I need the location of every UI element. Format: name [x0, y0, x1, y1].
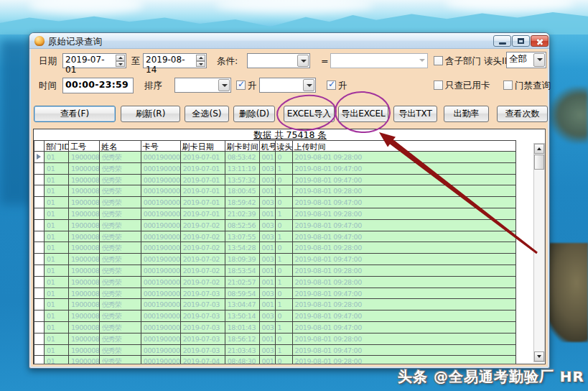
- cell: 001: [260, 356, 276, 364]
- dropdown-arrow-icon[interactable]: [533, 53, 545, 67]
- dropdown-arrow-icon[interactable]: [297, 55, 309, 67]
- minimize-button[interactable]: [493, 35, 511, 47]
- dropdown-arrow-icon[interactable]: [218, 79, 230, 91]
- cell: 01: [45, 185, 69, 197]
- cell: 2019-08-01 09:47:00: [293, 197, 517, 208]
- time-range-value: 00:00-23:59: [65, 79, 129, 90]
- cell: 1900008: [69, 277, 100, 288]
- cell: 0: [276, 334, 293, 345]
- cell: 003: [260, 163, 276, 175]
- toolbar-button-5[interactable]: EXCEL导入: [284, 106, 335, 122]
- toolbar-button-2[interactable]: 刷新(R): [121, 106, 180, 122]
- column-header-5: 刷卡日期: [181, 141, 225, 152]
- table-row[interactable]: 011900008倪秀荣00019000082019-07-0108:53:42…: [34, 152, 516, 163]
- scroll-up-icon[interactable]: [534, 144, 544, 154]
- cell: 0: [276, 288, 293, 300]
- vertical-scrollbar[interactable]: [533, 143, 545, 362]
- table-row[interactable]: 011900008倪秀荣00019000082019-07-0408:48:30…: [34, 356, 516, 364]
- close-button[interactable]: [531, 35, 549, 47]
- cell: 0001900008: [141, 310, 181, 322]
- dropdown-arrow-icon[interactable]: [303, 79, 314, 91]
- cell: 1900008: [69, 152, 100, 163]
- table-row[interactable]: 011900008倪秀荣00019000082019-07-0113:11:19…: [34, 163, 516, 175]
- table-row[interactable]: 011900008倪秀荣00019000082019-07-0213:07:55…: [34, 231, 516, 243]
- spin-down-icon[interactable]: [196, 61, 205, 68]
- toolbar-button-9[interactable]: 查看次数: [497, 106, 548, 122]
- cell: 0: [276, 310, 293, 322]
- cell: 01: [45, 197, 69, 208]
- toolbar-button-1[interactable]: 查看(F): [34, 106, 116, 122]
- cell: 倪秀荣: [100, 345, 141, 356]
- column-header-7: 机号: [260, 141, 276, 152]
- cell: 2019-07-03: [181, 345, 225, 356]
- spin-up-icon[interactable]: [196, 55, 205, 61]
- row-selector-cell: [34, 185, 45, 197]
- condition-combobox[interactable]: [247, 53, 310, 68]
- table-row[interactable]: 011900008倪秀荣00019000082019-07-0321:03:43…: [34, 345, 516, 356]
- dropdown-arrow-icon[interactable]: [419, 59, 425, 62]
- checkbox-only_used_card[interactable]: [434, 80, 443, 90]
- cell: 001: [260, 265, 276, 277]
- checkbox-asc2[interactable]: [327, 80, 336, 90]
- sort-combobox-1[interactable]: [174, 78, 231, 93]
- toolbar-button-7[interactable]: 导出TXT: [393, 106, 437, 122]
- table-row[interactable]: 011900008倪秀荣00019000082019-07-0318:01:43…: [34, 322, 516, 334]
- cell: 001: [260, 185, 276, 197]
- app-icon: [34, 36, 45, 46]
- toolbar-button-3[interactable]: 全选(S): [185, 106, 229, 122]
- cell: 01: [45, 231, 69, 243]
- condition-value-combobox[interactable]: [330, 53, 428, 68]
- date-to-spinner[interactable]: [196, 55, 205, 67]
- checkbox-door_access[interactable]: [503, 80, 513, 90]
- table-row[interactable]: 011900008倪秀荣00019000082019-07-0313:50:14…: [34, 310, 516, 322]
- table-row[interactable]: 011900008倪秀荣00019000082019-07-0118:00:45…: [34, 185, 516, 197]
- table-panel: 数据 共 75418 条 部门ID工号姓名卡号刷卡日期刷卡时间机号读头上传时间 …: [33, 129, 546, 364]
- maximize-button[interactable]: [512, 35, 530, 47]
- cell: 18:09:39: [225, 254, 260, 265]
- scrollbar-thumb[interactable]: [534, 155, 544, 170]
- cell: 2019-08-01 09:47:00: [293, 175, 517, 186]
- cell: 2019-07-02: [181, 231, 225, 243]
- spin-down-icon[interactable]: [116, 61, 125, 68]
- cell: 0001900008: [141, 345, 181, 356]
- checkbox-include_sub_dept[interactable]: [434, 56, 443, 65]
- cell: 2019-07-03: [181, 310, 225, 322]
- row-selector-cell: [34, 345, 45, 356]
- table-row[interactable]: 011900008倪秀荣00019000082019-07-0213:54:28…: [34, 242, 516, 254]
- cell: 倪秀荣: [100, 310, 141, 322]
- table-row[interactable]: 011900008倪秀荣00019000082019-07-0113:57:32…: [34, 175, 516, 186]
- time-range-input[interactable]: 00:00-23:59: [62, 78, 134, 93]
- table-row[interactable]: 011900008倪秀荣00019000082019-07-0121:02:39…: [34, 208, 516, 220]
- toolbar-button-8[interactable]: 出勤率: [444, 106, 489, 122]
- table-row[interactable]: 011900008倪秀荣00019000082019-07-0318:56:12…: [34, 334, 516, 345]
- scroll-down-icon[interactable]: [534, 351, 544, 362]
- cell: 2019-07-03: [181, 299, 225, 310]
- date-from-spinner[interactable]: [116, 55, 125, 67]
- table-row[interactable]: 011900008倪秀荣00019000082019-07-0218:09:39…: [34, 254, 516, 265]
- cell: 2019-08-01 09:28:00: [293, 208, 517, 220]
- toolbar-button-4[interactable]: 删除(D): [233, 106, 275, 122]
- table-row[interactable]: 011900008倪秀荣00019000082019-07-0313:04:47…: [34, 299, 516, 310]
- table-row[interactable]: 011900008倪秀荣00019000082019-07-0208:52:56…: [34, 220, 516, 231]
- sort-combobox-2[interactable]: [259, 78, 316, 93]
- toolbar-button-6[interactable]: 导出EXCEL: [338, 106, 388, 122]
- reader-id-combobox[interactable]: 全部: [506, 52, 546, 68]
- table-row[interactable]: 011900008倪秀荣00019000082019-07-0118:59:42…: [34, 197, 516, 208]
- row-selector-cell: [34, 208, 45, 220]
- checkbox-asc1[interactable]: [236, 80, 246, 90]
- table-row[interactable]: 011900008倪秀荣00019000082019-07-0218:53:54…: [34, 265, 516, 277]
- cell: 001: [260, 334, 276, 345]
- cell: 1: [276, 322, 293, 334]
- date-from-input[interactable]: 2019-07-01: [62, 53, 126, 68]
- cell: 01: [45, 175, 69, 186]
- table-row[interactable]: 011900008倪秀荣00019000082019-07-0308:59:54…: [34, 288, 516, 300]
- date-to-input[interactable]: 2019-08-14: [143, 53, 207, 68]
- cell: 0001900008: [141, 242, 181, 254]
- table-row[interactable]: 011900008倪秀荣00019000082019-07-0221:02:57…: [34, 277, 516, 288]
- column-header-2: 工号: [69, 141, 100, 152]
- cell: 2019-08-01 09:28:00: [293, 334, 517, 345]
- to-label: 至: [131, 55, 141, 68]
- cell: 2019-08-01 09:47:00: [293, 254, 517, 265]
- cell: 1900008: [69, 231, 100, 243]
- spin-up-icon[interactable]: [116, 55, 125, 61]
